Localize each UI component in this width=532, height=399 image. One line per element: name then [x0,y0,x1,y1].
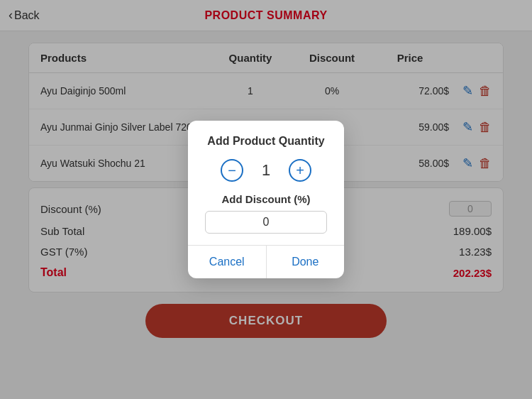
decrement-button[interactable]: − [221,159,243,182]
increment-button[interactable]: + [289,159,311,182]
modal-discount-input[interactable] [205,211,327,234]
modal-title: Add Product Quantity [205,135,327,148]
cancel-button[interactable]: Cancel [188,246,267,278]
done-button[interactable]: Done [267,246,345,278]
modal-overlay: Add Product Quantity − 1 + Add Discount … [0,0,532,399]
modal-discount-label: Add Discount (%) [205,193,327,205]
modal-dialog: Add Product Quantity − 1 + Add Discount … [188,121,344,278]
quantity-controls: − 1 + [205,159,327,182]
quantity-value: 1 [257,161,275,180]
modal-buttons: Cancel Done [188,245,344,278]
